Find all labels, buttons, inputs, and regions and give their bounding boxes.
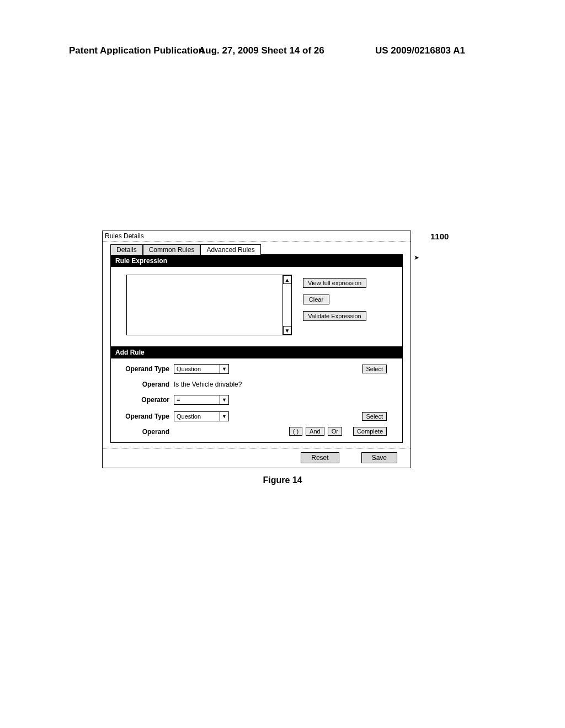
operand-type-2-row: Operand Type Question ▼ Select	[120, 411, 393, 421]
rule-expression-header: Rule Expression	[111, 255, 402, 267]
operator-row: Operator = ▼	[120, 395, 393, 405]
operand-1-label: Operand	[120, 381, 174, 388]
reference-arrow-icon: ➤	[414, 254, 419, 261]
tab-bar: Details Common Rules Advanced Rules	[110, 244, 411, 254]
patent-number-label: US 2009/0216803 A1	[375, 45, 465, 56]
operand-2-label: Operand	[120, 428, 174, 436]
tab-common-rules[interactable]: Common Rules	[143, 244, 201, 255]
scroll-up-icon[interactable]: ▲	[283, 275, 291, 284]
or-button[interactable]: Or	[328, 427, 342, 436]
select-button-1[interactable]: Select	[362, 365, 387, 373]
operand-type-1-select[interactable]: Question ▼	[174, 364, 229, 374]
paren-button[interactable]: ( )	[289, 427, 302, 436]
date-sheet-label: Aug. 27, 2009 Sheet 14 of 26	[199, 45, 324, 56]
select-button-2[interactable]: Select	[362, 412, 387, 421]
operand-type-2-label: Operand Type	[120, 413, 174, 420]
complete-button[interactable]: Complete	[353, 427, 387, 436]
operand-1-value: Is the Vehicle drivable?	[174, 381, 242, 388]
rules-details-panel: Rules Details Details Common Rules Advan…	[102, 231, 411, 468]
panel-title: Rules Details	[103, 231, 411, 242]
footer-button-row: Reset Save	[103, 448, 411, 468]
reset-button[interactable]: Reset	[301, 452, 339, 463]
scroll-down-icon[interactable]: ▼	[283, 326, 291, 335]
operand-type-1-label: Operand Type	[120, 365, 174, 373]
chevron-down-icon: ▼	[220, 365, 228, 373]
and-button[interactable]: And	[306, 427, 324, 436]
operator-select[interactable]: = ▼	[174, 395, 229, 405]
chevron-down-icon: ▼	[220, 395, 228, 404]
operand-type-2-select[interactable]: Question ▼	[174, 411, 229, 421]
tab-details[interactable]: Details	[110, 244, 143, 255]
operand-2-row: Operand ( ) And Or Complete	[120, 428, 393, 436]
reference-number: 1100	[430, 232, 449, 241]
inner-panel: Rule Expression ▲ ▼ View full expression…	[110, 254, 403, 443]
figure-caption: Figure 14	[0, 475, 565, 485]
operator-label: Operator	[120, 396, 174, 404]
clear-button[interactable]: Clear	[303, 295, 329, 304]
scrollbar[interactable]: ▲ ▼	[282, 275, 291, 335]
view-full-expression-button[interactable]: View full expression	[303, 278, 366, 288]
tab-advanced-rules[interactable]: Advanced Rules	[200, 244, 260, 255]
publication-label: Patent Application Publication	[69, 45, 204, 56]
add-rule-header: Add Rule	[111, 346, 402, 358]
chevron-down-icon: ▼	[220, 412, 228, 421]
expression-textarea[interactable]: ▲ ▼	[126, 275, 292, 335]
operand-type-1-row: Operand Type Question ▼ Select	[120, 364, 393, 374]
validate-expression-button[interactable]: Validate Expression	[303, 311, 366, 321]
save-button[interactable]: Save	[361, 452, 397, 463]
operand-1-row: Operand Is the Vehicle drivable?	[120, 381, 393, 388]
